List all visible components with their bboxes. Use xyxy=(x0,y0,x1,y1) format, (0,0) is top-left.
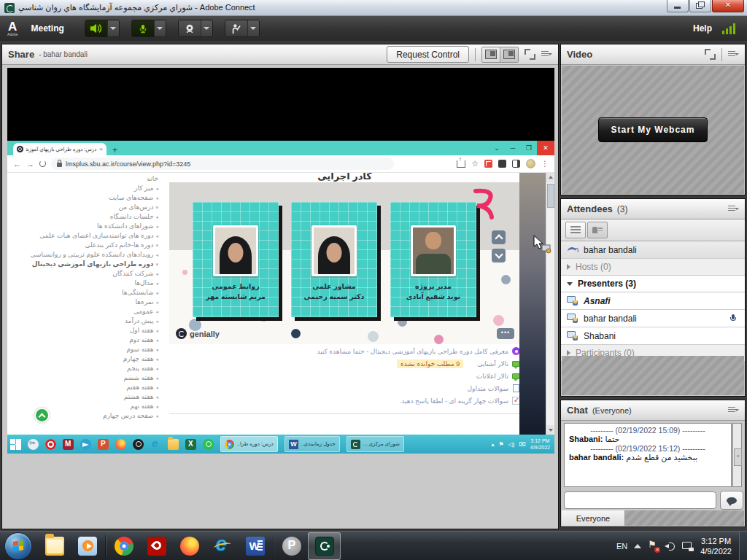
help-menu[interactable]: Help xyxy=(693,23,712,34)
taskbar-adobe-connect-active[interactable] xyxy=(308,532,341,560)
course-link-label[interactable]: سوالات متداول xyxy=(468,385,508,392)
sidebar-item[interactable]: خانه xyxy=(26,174,160,184)
sidebar-item[interactable]: دوره طراحی بازیهای آموزشی دیجیتال xyxy=(26,260,160,269)
speaker-dropdown[interactable] xyxy=(107,20,119,36)
persepolis-icon[interactable] xyxy=(98,439,109,450)
sidebar-item[interactable]: هفته ششم xyxy=(26,373,160,383)
sidebar-item[interactable]: رویدادهای دانشکده علوم تربیتی و روانشناس… xyxy=(26,250,160,260)
chat-input[interactable] xyxy=(564,491,716,509)
extension-icon[interactable] xyxy=(512,160,520,168)
minimize-button[interactable] xyxy=(667,0,689,12)
attendee-list-view-button[interactable] xyxy=(565,222,586,238)
taskbar-clock[interactable]: 3:12 PM 4/9/2022 xyxy=(700,536,732,556)
start-icon[interactable] xyxy=(10,439,21,450)
scrollbar-down-icon[interactable] xyxy=(546,425,554,435)
reload-icon[interactable] xyxy=(39,160,46,167)
taskbar-firefox[interactable] xyxy=(173,532,206,560)
course-link-label[interactable]: معرفی کامل دوره طراحی بازیهای آموزشی دیج… xyxy=(317,348,508,355)
taskbar-media-player[interactable] xyxy=(71,532,104,560)
address-bar[interactable]: lmsplus.sbu.ac.ir/course/view.php?id=324… xyxy=(51,158,394,170)
presenters-group-row[interactable]: Presenters (3) xyxy=(561,276,745,292)
sidebar-item[interactable]: هفته هشتم xyxy=(26,392,160,402)
taskbar-window-connect[interactable]: شورای مرکزی ... xyxy=(347,436,404,452)
sidebar-item[interactable]: هفته هفتم xyxy=(26,383,160,392)
course-link-row[interactable]: سوالات متداول xyxy=(169,382,520,394)
chat-send-button[interactable] xyxy=(720,491,743,510)
attendees-pod-menu-icon[interactable] xyxy=(728,205,739,214)
webcam-split-button[interactable] xyxy=(178,20,213,37)
speaker-icon[interactable]: ◁) xyxy=(508,441,515,448)
course-link-label[interactable]: تالار آشنایی xyxy=(477,360,508,368)
bookmark-star-icon[interactable]: ☆ xyxy=(471,160,479,168)
taskbar-acrobat[interactable] xyxy=(140,532,173,560)
microphone-dropdown[interactable] xyxy=(154,20,166,36)
speaker-icon[interactable] xyxy=(85,20,107,36)
raise-hand-icon[interactable] xyxy=(225,20,247,36)
whatsapp-icon[interactable] xyxy=(203,439,214,450)
webcam-dropdown[interactable] xyxy=(201,20,212,36)
firefox-icon[interactable] xyxy=(115,439,126,450)
sidebar-item[interactable]: هفته اول xyxy=(26,326,160,335)
keyboard-icon[interactable]: ⌧ xyxy=(519,441,526,448)
sidebar-item[interactable]: صفحه‌های سایت xyxy=(26,193,160,203)
microphone-icon[interactable] xyxy=(132,20,154,36)
extension-icon[interactable] xyxy=(498,160,506,168)
sidebar-item[interactable]: شوراهای دانشکده ها xyxy=(26,222,160,231)
attendee-status-view-button[interactable] xyxy=(587,222,608,238)
sidebar-item[interactable]: دوره ها-خانم دکتر بندعلی xyxy=(26,241,160,250)
obs-icon[interactable] xyxy=(133,439,144,450)
slide-up-button[interactable] xyxy=(492,230,506,244)
back-to-top-button[interactable] xyxy=(34,408,50,423)
phone-attendee-row[interactable]: bahar bandali xyxy=(561,241,745,259)
taskbar-file-explorer[interactable] xyxy=(38,532,71,560)
sidebar-item[interactable]: هفته چهارم xyxy=(26,354,160,364)
taskbar-window-chrome[interactable]: درس: دوره طرا.. xyxy=(220,436,278,452)
taskbar-internet-explorer[interactable] xyxy=(206,532,239,560)
hosts-group-row[interactable]: Hosts (0) xyxy=(561,259,745,276)
network-icon[interactable] xyxy=(682,541,694,551)
flag-icon[interactable]: ⚑ xyxy=(499,441,504,448)
share-view-fit-button[interactable] xyxy=(482,47,500,62)
attendee-row[interactable]: Shabani xyxy=(561,327,745,345)
course-link-label[interactable]: سوالات چهار گزینه ای - لطفا پاسخ دهید. xyxy=(400,397,508,405)
share-view-full-button[interactable] xyxy=(500,47,518,62)
browser-tab[interactable]: درس: دوره طراحي بازيهاي آموزشي × xyxy=(13,143,107,155)
course-link-row[interactable]: معرفی کامل دوره طراحی بازیهای آموزشی دیج… xyxy=(169,345,520,357)
chat-scrollbar-thumb[interactable]: ≡ xyxy=(734,448,742,466)
sidebar-item[interactable]: پیش درآمد xyxy=(26,316,160,326)
restore-button[interactable] xyxy=(689,0,711,12)
sidebar-item[interactable]: هفته دوم xyxy=(26,335,160,345)
taskbar-psiphon[interactable] xyxy=(275,532,308,560)
chat-tab-everyone[interactable]: Everyone xyxy=(562,510,625,526)
taskbar-word[interactable] xyxy=(239,532,271,560)
sidebar-item[interactable]: دوره های توانمندسازی اعضای هیات علمی xyxy=(26,231,160,241)
page-scrollbar[interactable] xyxy=(546,173,554,435)
share-page-icon[interactable] xyxy=(457,160,465,168)
attendee-row[interactable]: Asnafi xyxy=(561,292,745,310)
tab-close-icon[interactable]: × xyxy=(99,147,103,152)
course-link-label[interactable]: تالار اعلانات xyxy=(476,373,508,380)
browser-close-icon[interactable]: ✕ xyxy=(537,141,554,155)
extension-icon[interactable] xyxy=(484,160,492,168)
close-button[interactable] xyxy=(712,0,744,12)
file-explorer-icon[interactable] xyxy=(168,439,179,450)
telegram-icon[interactable] xyxy=(80,439,91,450)
action-center-flag-icon[interactable] xyxy=(648,541,658,551)
scrollbar-thumb[interactable] xyxy=(547,184,554,208)
start-webcam-button[interactable]: Start My Webcam xyxy=(598,117,708,142)
hidden-icons-icon[interactable] xyxy=(634,544,641,548)
hidden-icons-icon[interactable]: ▴ xyxy=(492,441,495,448)
sidebar-item[interactable]: مدال‌ها xyxy=(26,279,160,288)
sidebar-item[interactable]: میز کار xyxy=(26,184,160,193)
request-control-button[interactable]: Request Control xyxy=(387,46,469,63)
browser-menu-icon[interactable]: ⋮ xyxy=(541,160,549,168)
browser-minimize-icon[interactable]: ─ xyxy=(505,141,521,155)
start-button[interactable] xyxy=(4,532,32,560)
share-pod-menu-icon[interactable] xyxy=(541,50,552,59)
sidebar-item[interactable]: جلسات دانشگاه xyxy=(26,212,160,222)
course-link-row[interactable]: تالار آشنایی 9 مطلب خوانده نشده xyxy=(169,357,520,370)
sidebar-item[interactable]: هفته سوم xyxy=(26,345,160,354)
browser-restore-icon[interactable]: ❐ xyxy=(521,141,537,155)
sidebar-item[interactable]: شایستگی‌ها xyxy=(26,288,160,298)
taskbar-chrome[interactable] xyxy=(107,532,140,560)
